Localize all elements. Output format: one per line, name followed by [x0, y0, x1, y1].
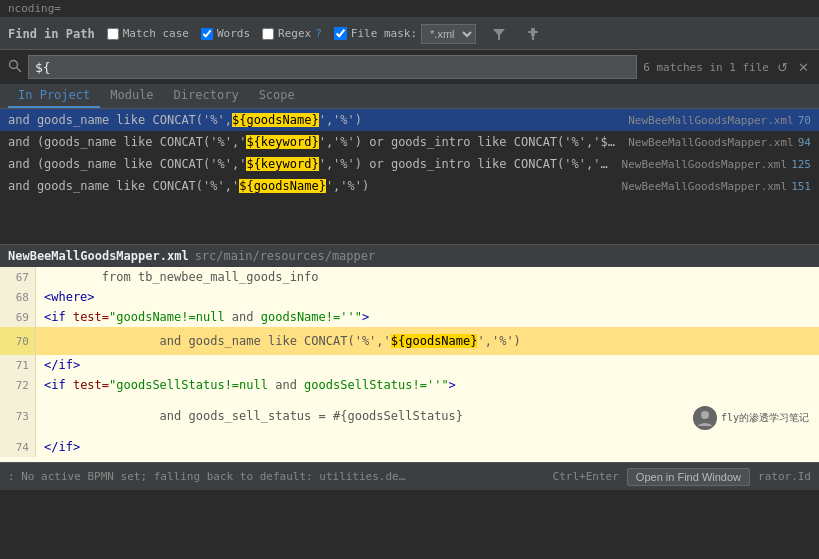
svg-rect-3 — [528, 31, 538, 33]
pin-icon-btn[interactable] — [522, 25, 544, 43]
code-line: 74 </if> — [0, 437, 819, 457]
watermark-avatar — [693, 406, 717, 430]
result-item[interactable]: and (goods_name like CONCAT('%','${keywo… — [0, 131, 819, 153]
code-line: 71 </if> — [0, 355, 819, 375]
line-content: </if> — [36, 437, 819, 457]
open-in-find-window-btn[interactable]: Open in Find Window — [627, 468, 750, 486]
line-number: 74 — [0, 437, 36, 457]
match-case-label: Match case — [123, 27, 189, 40]
status-suffix: rator.Id — [758, 470, 811, 483]
result-file: NewBeeMallGoodsMapper.xml — [622, 158, 788, 171]
search-icon — [8, 59, 22, 76]
file-mask-select[interactable]: *.xml — [421, 24, 476, 44]
result-text: and (goods_name like CONCAT('%','${keywo… — [8, 157, 614, 171]
status-left-text: : No active BPMN set; falling back to de… — [8, 470, 408, 483]
search-svg-icon — [8, 59, 22, 73]
result-text: and (goods_name like CONCAT('%','${keywo… — [8, 135, 620, 149]
code-line: 67 from tb_newbee_mall_goods_info — [0, 267, 819, 287]
file-mask-label: File mask: — [351, 27, 417, 40]
status-text-prefix: : No active BPMN set; falling back to de… — [8, 470, 408, 483]
pin-icon — [526, 27, 540, 41]
svg-line-5 — [17, 67, 22, 72]
result-line: 70 — [798, 114, 811, 127]
find-in-path-title: Find in Path — [8, 27, 95, 41]
line-number: 73 — [0, 395, 36, 437]
svg-marker-0 — [493, 29, 505, 40]
words-checkbox[interactable] — [201, 28, 213, 40]
file-header: NewBeeMallGoodsMapper.xml src/main/resou… — [0, 244, 819, 267]
watermark-text: fly的渗透学习笔记 — [721, 411, 809, 425]
result-line: 125 — [791, 158, 811, 171]
file-mask-group: File mask: *.xml — [334, 24, 476, 44]
encoding-label: ncoding= — [8, 2, 61, 15]
code-line: 72 <if test="goodsSellStatus!=null and g… — [0, 375, 819, 395]
result-line: 94 — [798, 136, 811, 149]
line-content: <if test="goodsName!=null and goodsName!… — [36, 307, 819, 327]
result-file: NewBeeMallGoodsMapper.xml — [628, 136, 794, 149]
line-number: 70 — [0, 327, 36, 355]
svg-rect-2 — [532, 36, 534, 40]
words-label: Words — [217, 27, 250, 40]
shortcut-hint: Ctrl+Enter — [553, 470, 619, 483]
result-file: NewBeeMallGoodsMapper.xml — [628, 114, 794, 127]
code-line: 69 <if test="goodsName!=null and goodsNa… — [0, 307, 819, 327]
words-group: Words — [201, 27, 250, 40]
line-content: </if> — [36, 355, 819, 375]
filter-icon — [492, 27, 506, 41]
match-highlight: ${keyword} — [246, 135, 318, 149]
result-item[interactable]: and goods_name like CONCAT('%','${goodsN… — [0, 175, 819, 197]
match-highlight: ${keyword} — [246, 157, 318, 171]
match-case-group: Match case — [107, 27, 189, 40]
watermark: fly的渗透学习笔记 — [693, 406, 809, 430]
line-content: from tb_newbee_mall_goods_info — [36, 267, 819, 287]
status-right: Ctrl+Enter Open in Find Window rator.Id — [553, 468, 811, 486]
result-line: 151 — [791, 180, 811, 193]
line-number: 67 — [0, 267, 36, 287]
line-number: 72 — [0, 375, 36, 395]
line-number: 71 — [0, 355, 36, 375]
svg-point-4 — [10, 60, 18, 68]
code-area: 67 from tb_newbee_mall_goods_info 68 <wh… — [0, 267, 819, 462]
results-list: and goods_name like CONCAT('%',${goodsNa… — [0, 109, 819, 244]
line-number: 68 — [0, 287, 36, 307]
toolbar: Find in Path Match case Words Regex ? Fi… — [0, 18, 819, 50]
file-path: src/main/resources/mapper — [195, 249, 376, 263]
avatar-icon — [693, 406, 717, 430]
tab-scope[interactable]: Scope — [249, 84, 305, 108]
match-count: 6 matches in 1 file — [643, 61, 769, 74]
regex-checkbox[interactable] — [262, 28, 274, 40]
code-line: 68 <where> — [0, 287, 819, 307]
line-number: 69 — [0, 307, 36, 327]
line-content: <where> — [36, 287, 819, 307]
line-content: <if test="goodsSellStatus!=null and good… — [36, 375, 819, 395]
match-highlight: ${goodsName} — [239, 179, 326, 193]
status-bar: : No active BPMN set; falling back to de… — [0, 462, 819, 490]
scope-tabs: In Project Module Directory Scope — [0, 84, 819, 109]
result-text: and goods_name like CONCAT('%','${goodsN… — [8, 179, 614, 193]
tab-module[interactable]: Module — [100, 84, 163, 108]
result-item[interactable]: and (goods_name like CONCAT('%','${keywo… — [0, 153, 819, 175]
file-name: NewBeeMallGoodsMapper.xml — [8, 249, 189, 263]
result-text: and goods_name like CONCAT('%',${goodsNa… — [8, 113, 620, 127]
match-highlight: ${goodsName} — [232, 113, 319, 127]
regex-label: Regex — [278, 27, 311, 40]
code-highlight: ${goodsName} — [391, 334, 478, 348]
tab-in-project[interactable]: In Project — [8, 84, 100, 108]
tab-directory[interactable]: Directory — [164, 84, 249, 108]
line-content: and goods_name like CONCAT('%','${goodsN… — [36, 327, 819, 355]
result-file: NewBeeMallGoodsMapper.xml — [622, 180, 788, 193]
regex-group: Regex ? — [262, 27, 322, 40]
code-line-highlighted: 70 and goods_name like CONCAT('%','${goo… — [0, 327, 819, 355]
close-icon-btn[interactable]: ✕ — [796, 58, 811, 77]
filter-icon-btn[interactable] — [488, 25, 510, 43]
regex-hint: ? — [315, 27, 322, 40]
search-input[interactable] — [28, 55, 637, 79]
result-item[interactable]: and goods_name like CONCAT('%',${goodsNa… — [0, 109, 819, 131]
svg-point-7 — [701, 411, 709, 419]
match-case-checkbox[interactable] — [107, 28, 119, 40]
refresh-icon-btn[interactable]: ↺ — [775, 58, 790, 77]
file-mask-checkbox[interactable] — [334, 27, 347, 40]
search-row: 6 matches in 1 file ↺ ✕ — [0, 50, 819, 84]
